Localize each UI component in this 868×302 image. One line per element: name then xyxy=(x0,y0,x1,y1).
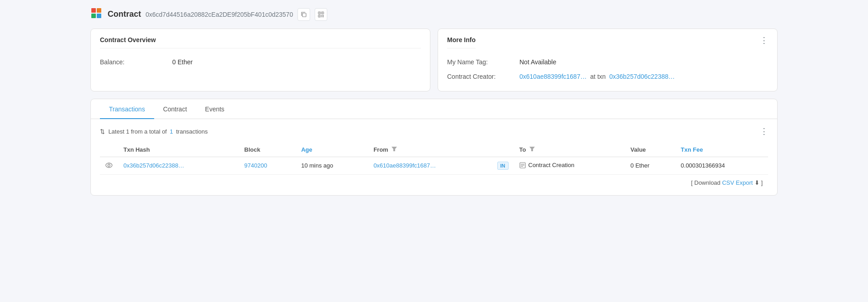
download-prefix: [ Download xyxy=(691,179,721,186)
from-link[interactable]: 0x610ae88399fc1687… xyxy=(373,162,436,169)
contract-overview-card: Contract Overview Balance: 0 Ether xyxy=(90,29,430,91)
table-options-button[interactable]: ⋮ xyxy=(760,126,768,136)
page-header: Contract 0x6cd7d44516a20882cEa2DE9f205bF… xyxy=(90,7,778,21)
th-direction xyxy=(492,143,514,157)
csv-export-label: CSV Export xyxy=(722,179,753,186)
th-eye xyxy=(100,143,118,157)
tabs-nav: Transactions Contract Events xyxy=(91,99,777,119)
th-from: From xyxy=(368,143,491,157)
svg-rect-12 xyxy=(323,15,324,16)
to-filter-icon[interactable] xyxy=(529,146,535,152)
more-info-menu-button[interactable]: ⋮ xyxy=(760,36,768,44)
more-info-card: More Info ⋮ My Name Tag: Not Available C… xyxy=(438,29,778,91)
transactions-content: ⇅ Latest 1 from a total of 1 transaction… xyxy=(91,119,777,195)
more-info-header-row: More Info ⋮ xyxy=(447,36,768,55)
to-label: Contract Creation xyxy=(528,162,575,168)
svg-point-17 xyxy=(106,163,112,168)
th-txn-fee[interactable]: Txn Fee xyxy=(675,143,768,157)
table-head: Txn Hash Block Age From To xyxy=(100,143,768,157)
txn-hash-cell: 0x36b257d06c22388… xyxy=(118,157,239,175)
balance-row: Balance: 0 Ether xyxy=(100,55,421,69)
svg-point-18 xyxy=(108,164,110,166)
tab-events[interactable]: Events xyxy=(196,99,234,119)
download-suffix: ] xyxy=(761,179,763,186)
contract-creation-icon xyxy=(519,162,526,168)
svg-marker-15 xyxy=(392,147,397,151)
creator-value: 0x610ae88399fc1687… at txn 0x36b257d06c2… xyxy=(519,73,675,80)
svg-rect-0 xyxy=(91,8,96,13)
svg-rect-11 xyxy=(321,15,322,16)
table-body: 0x36b257d06c22388… 9740200 10 mins ago 0… xyxy=(100,157,768,175)
txn-hash-link[interactable]: 0x36b257d06c22388… xyxy=(123,162,184,169)
svg-rect-14 xyxy=(323,16,324,17)
eye-icon[interactable] xyxy=(105,162,113,169)
table-header-row: Txn Hash Block Age From To xyxy=(100,143,768,157)
balance-value: 0 Ether xyxy=(172,58,193,66)
csv-export-link[interactable]: CSV Export xyxy=(722,179,755,186)
txn-fee-cell: 0.000301366934 xyxy=(675,157,768,175)
download-icon: ⬇ xyxy=(755,179,760,186)
creator-label: Contract Creator: xyxy=(447,73,519,80)
from-filter-icon[interactable] xyxy=(392,146,397,152)
overview-card-title: Contract Overview xyxy=(100,36,421,48)
name-tag-value: Not Available xyxy=(519,58,556,66)
download-row: [ Download CSV Export ⬇ ] xyxy=(100,175,768,188)
value-cell: 0 Ether xyxy=(625,157,675,175)
page-title: Contract xyxy=(108,10,141,19)
direction-cell: IN xyxy=(492,157,514,175)
creator-txn-link[interactable]: 0x36b257d06c22388… xyxy=(609,73,675,80)
th-value: Value xyxy=(625,143,675,157)
total-count-link[interactable]: 1 xyxy=(170,128,173,135)
contract-address: 0x6cd7d44516a20882cEa2DE9f205bF401c0d235… xyxy=(146,11,293,18)
name-tag-row: My Name Tag: Not Available xyxy=(447,55,768,69)
th-txn-hash: Txn Hash xyxy=(118,143,239,157)
creator-at-text: at txn xyxy=(590,73,606,80)
svg-rect-1 xyxy=(97,8,101,13)
svg-rect-6 xyxy=(319,12,320,13)
table-row: 0x36b257d06c22388… 9740200 10 mins ago 0… xyxy=(100,157,768,175)
th-to: To xyxy=(514,143,625,157)
svg-rect-10 xyxy=(319,15,320,16)
from-cell: 0x610ae88399fc1687… xyxy=(368,157,491,175)
eye-cell xyxy=(100,157,118,175)
summary-text: ⇅ Latest 1 from a total of 1 transaction… xyxy=(100,128,208,135)
block-cell: 9740200 xyxy=(239,157,296,175)
creator-address-link[interactable]: 0x610ae88399fc1687… xyxy=(519,73,587,80)
qr-code-button[interactable] xyxy=(315,8,327,21)
info-bar: ⇅ Latest 1 from a total of 1 transaction… xyxy=(100,126,768,136)
balance-label: Balance: xyxy=(100,58,172,66)
tabs-section: Transactions Contract Events ⇅ Latest 1 … xyxy=(90,99,778,196)
name-tag-label: My Name Tag: xyxy=(447,58,519,66)
svg-rect-13 xyxy=(321,16,322,17)
age-cell: 10 mins ago xyxy=(296,157,368,175)
more-info-card-title: More Info xyxy=(447,36,476,48)
th-block: Block xyxy=(239,143,296,157)
cards-row: Contract Overview Balance: 0 Ether More … xyxy=(90,29,778,91)
summary-prefix: Latest 1 from a total of xyxy=(108,128,167,135)
th-age[interactable]: Age xyxy=(296,143,368,157)
contract-creation-cell: Contract Creation xyxy=(519,162,575,168)
copy-address-button[interactable] xyxy=(297,8,310,21)
total-count: 1 xyxy=(170,128,175,135)
tab-contract[interactable]: Contract xyxy=(154,99,196,119)
contract-grid-icon xyxy=(90,7,103,21)
svg-marker-16 xyxy=(529,147,535,151)
svg-rect-3 xyxy=(97,14,101,18)
block-link[interactable]: 9740200 xyxy=(244,162,267,169)
direction-badge: IN xyxy=(497,162,509,170)
transactions-table: Txn Hash Block Age From To xyxy=(100,143,768,175)
sort-icon: ⇅ xyxy=(100,128,105,135)
summary-suffix: transactions xyxy=(176,128,208,135)
tab-transactions[interactable]: Transactions xyxy=(100,99,154,119)
svg-rect-2 xyxy=(91,14,96,18)
svg-rect-4 xyxy=(302,13,306,17)
creator-row: Contract Creator: 0x610ae88399fc1687… at… xyxy=(447,69,768,84)
to-cell: Contract Creation xyxy=(514,157,625,175)
svg-rect-8 xyxy=(322,12,323,13)
